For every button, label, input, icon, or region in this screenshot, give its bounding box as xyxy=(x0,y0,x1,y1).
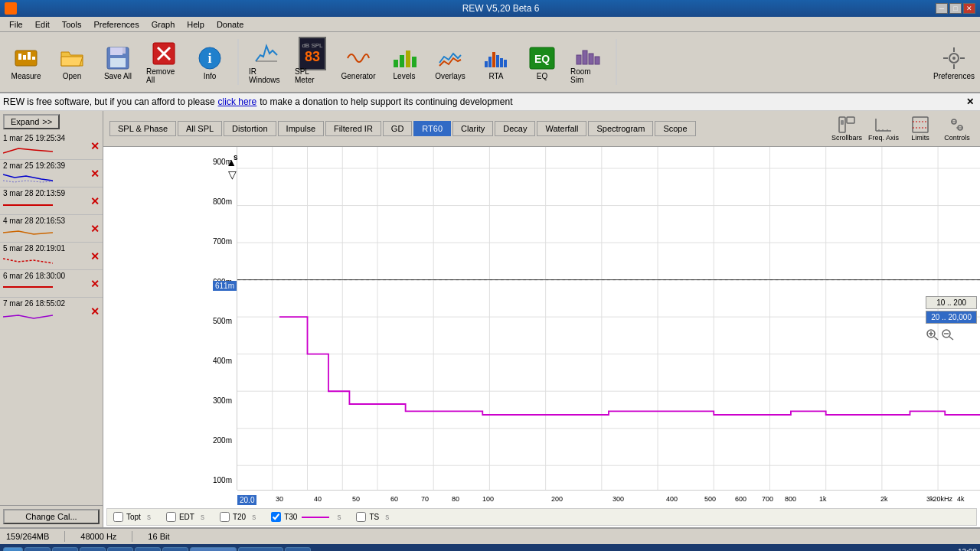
eq-button[interactable]: EQ EQ xyxy=(521,35,564,89)
x-label-30: 30 xyxy=(276,495,283,503)
status-separator-1 xyxy=(64,531,65,542)
measurement-item[interactable]: 3 mar 28 20:13:59 ✕ xyxy=(0,187,103,215)
start-button[interactable]: ⊞ xyxy=(3,547,23,551)
tab-rt60[interactable]: RT60 xyxy=(413,121,451,136)
menu-preferences[interactable]: Preferences xyxy=(87,18,145,31)
x-label-4k: 4k xyxy=(957,495,965,503)
legend-edt-checkbox[interactable] xyxy=(166,512,176,522)
measurement-close-7[interactable]: ✕ xyxy=(90,306,100,317)
measurement-item[interactable]: 1 mar 25 19:25:34 ✕ xyxy=(0,132,103,160)
taskbar-ie[interactable] xyxy=(24,547,51,551)
measurement-label-2: 2 mar 25 19:26:39 xyxy=(3,161,90,170)
info-button[interactable]: i Info xyxy=(188,35,231,89)
legend-topt-s[interactable]: s xyxy=(144,513,154,521)
legend-t30-s[interactable]: s xyxy=(334,513,344,521)
room-sim-button[interactable]: Room Sim xyxy=(567,35,609,89)
measurement-close-6[interactable]: ✕ xyxy=(90,279,100,289)
menu-file[interactable]: File xyxy=(3,18,29,31)
legend-topt-checkbox[interactable] xyxy=(113,512,123,522)
taskbar-explorer[interactable] xyxy=(52,547,78,551)
range-10-200[interactable]: 10 .. 200 xyxy=(926,296,977,309)
legend-t30-checkbox[interactable] xyxy=(271,512,281,522)
change-cal-button[interactable]: Change Cal... xyxy=(3,509,100,524)
rta-button[interactable]: RTA xyxy=(475,35,518,89)
tab-all-spl[interactable]: All SPL xyxy=(178,121,222,136)
legend-t20: T20 s xyxy=(220,512,259,522)
levels-button[interactable]: Levels xyxy=(383,35,426,89)
measure-button[interactable]: Measure xyxy=(5,35,47,89)
range-20-20000[interactable]: 20 .. 20,000 xyxy=(926,311,977,324)
donation-close-button[interactable]: ✕ xyxy=(963,96,977,107)
taskbar-rew[interactable]: REW REW xyxy=(190,547,237,551)
menu-graph[interactable]: Graph xyxy=(145,18,181,31)
tab-spl-phase[interactable]: SPL & Phase xyxy=(109,121,176,136)
measurement-item[interactable]: 5 mar 28 20:19:01 ✕ xyxy=(0,243,103,270)
taskbar-network[interactable] xyxy=(285,547,311,551)
legend-t30-line xyxy=(302,514,329,520)
measurement-item[interactable]: 7 mar 26 18:55:02 ✕ xyxy=(0,298,103,319)
legend-ts-s[interactable]: s xyxy=(382,513,392,521)
tab-impulse[interactable]: Impulse xyxy=(278,121,325,136)
measurement-close-4[interactable]: ✕ xyxy=(90,223,100,234)
tab-gd[interactable]: GD xyxy=(383,121,413,136)
measurement-close-2[interactable]: ✕ xyxy=(90,168,100,179)
save-all-button[interactable]: Save All xyxy=(96,35,139,89)
tab-distortion[interactable]: Distortion xyxy=(224,121,276,136)
x-selected-value: 20.0 xyxy=(237,495,256,505)
measurement-close-3[interactable]: ✕ xyxy=(90,196,100,207)
overlays-button[interactable]: Overlays xyxy=(429,35,472,89)
minimize-button[interactable]: ─ xyxy=(936,3,948,14)
taskbar-files[interactable] xyxy=(80,547,106,551)
scrollbars-button[interactable]: Scrollbars xyxy=(830,114,864,143)
measurement-item[interactable]: 2 mar 25 19:26:39 ✕ xyxy=(0,160,103,187)
rta-label: RTA xyxy=(488,72,503,80)
measurement-list: 1 mar 25 19:25:34 ✕ 2 mar 25 19:26:39 ✕ xyxy=(0,132,103,319)
menu-tools[interactable]: Tools xyxy=(56,18,88,31)
legend-t20-checkbox[interactable] xyxy=(220,512,230,522)
taskbar: ⊞ xyxy=(0,544,980,551)
menu-edit[interactable]: Edit xyxy=(29,18,56,31)
tab-spectrogram[interactable]: Spectrogram xyxy=(588,121,653,136)
svg-rect-29 xyxy=(589,54,593,64)
donation-link[interactable]: click here xyxy=(218,96,257,107)
tab-filtered-ir[interactable]: Filtered IR xyxy=(325,121,381,136)
freq-axis-button[interactable]: Freq. Axis xyxy=(867,114,900,143)
measurement-close-1[interactable]: ✕ xyxy=(90,141,100,152)
measurement-close-5[interactable]: ✕ xyxy=(90,251,100,262)
expand-button[interactable]: Expand >> xyxy=(3,114,60,129)
taskbar-folders[interactable] xyxy=(107,547,133,551)
measurement-item[interactable]: 4 mar 28 20:16:53 ✕ xyxy=(0,215,103,243)
ir-windows-button[interactable]: IR Windows xyxy=(245,35,288,89)
legend-ts-checkbox[interactable] xyxy=(356,512,366,522)
legend-edt-s[interactable]: s xyxy=(198,513,207,521)
menu-donate[interactable]: Donate xyxy=(211,18,250,31)
status-separator-2 xyxy=(132,531,132,542)
zoom-icon[interactable] xyxy=(926,328,939,341)
maximize-button[interactable]: □ xyxy=(949,3,962,14)
taskbar-settings[interactable] xyxy=(135,547,161,551)
tab-waterfall[interactable]: Waterfall xyxy=(537,121,586,136)
taskbar-cue[interactable]: CUE CUE xyxy=(238,547,283,551)
controls-button[interactable]: Controls xyxy=(940,114,974,143)
svg-rect-18 xyxy=(412,57,416,67)
spl-meter-button[interactable]: dB SPL 83 SPL Meter xyxy=(291,35,334,89)
legend-t20-s[interactable]: s xyxy=(249,513,259,521)
open-button[interactable]: Open xyxy=(51,35,93,89)
limits-button[interactable]: Limits xyxy=(903,114,937,143)
x-label-100: 100 xyxy=(482,495,494,503)
taskbar-task[interactable]: ! xyxy=(162,547,188,551)
close-button[interactable]: ✕ xyxy=(963,3,975,14)
toolbar: Measure Open Save All xyxy=(0,32,980,93)
preferences-button[interactable]: Preferences xyxy=(933,35,975,89)
remove-all-button[interactable]: Remove All xyxy=(142,35,185,89)
tab-decay[interactable]: Decay xyxy=(495,121,535,136)
svg-rect-2 xyxy=(23,55,26,60)
tab-clarity[interactable]: Clarity xyxy=(452,121,493,136)
menu-help[interactable]: Help xyxy=(181,18,211,31)
tab-scope[interactable]: Scope xyxy=(655,121,695,136)
measurement-item[interactable]: 6 mar 26 18:30:00 ✕ xyxy=(0,270,103,298)
svg-rect-24 xyxy=(504,60,507,67)
generator-button[interactable]: Generator xyxy=(337,35,380,89)
zoom-out-icon[interactable] xyxy=(941,328,955,341)
info-icon: i xyxy=(196,44,224,72)
